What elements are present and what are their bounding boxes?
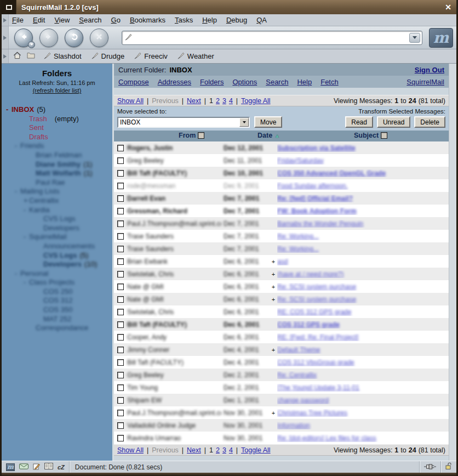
nav-options-link[interactable]: Options — [232, 78, 257, 86]
folder-toggle[interactable]: - — [24, 233, 29, 242]
message-subject-link[interactable]: COS 350 Advanced OpenGL Grade — [277, 169, 386, 177]
next-link[interactable]: Next — [187, 446, 201, 454]
read-button[interactable]: Read — [345, 116, 373, 128]
select-all-subject-checkbox[interactable] — [381, 132, 387, 139]
refresh-folder-list-link[interactable]: (refresh folder list) — [33, 87, 82, 94]
message-subject-link[interactable]: change password — [277, 396, 329, 404]
addressbook-icon[interactable] — [44, 463, 53, 471]
url-bar[interactable] — [122, 31, 422, 45]
folder-item[interactable]: Diane Smithy(1) — [2, 160, 112, 169]
chatzilla-icon[interactable]: cZ — [58, 464, 65, 471]
message-subject-link[interactable]: Re: SCSI system purchase — [277, 296, 356, 303]
delete-button[interactable]: Delete — [414, 116, 445, 128]
url-history-dropdown[interactable] — [409, 33, 420, 43]
show-all-link[interactable]: Show All — [117, 97, 144, 105]
sort-from-header[interactable]: From — [179, 132, 196, 139]
folder-item[interactable]: COS 250 — [2, 287, 112, 297]
nav-fetch-link[interactable]: Fetch — [320, 78, 339, 86]
message-checkbox[interactable] — [117, 384, 124, 391]
mozilla-throbber-icon[interactable]: m — [429, 28, 453, 48]
menu-tasks[interactable]: Tasks — [175, 16, 193, 24]
message-subject-link[interactable]: COS 312 VbsGroup grade — [277, 359, 354, 366]
message-subject-link[interactable]: RE: [Fwd: Re: Final Project] — [277, 333, 358, 341]
folder-item[interactable]: CVS Logs — [2, 214, 112, 224]
folder-link[interactable]: Sent — [29, 123, 44, 132]
folder-toggle[interactable]: - — [15, 269, 20, 279]
message-subject-link[interactable]: Re: Working... — [277, 245, 319, 253]
back-button[interactable] — [14, 29, 33, 47]
message-subject-link[interactable]: Re: Working... — [277, 233, 319, 240]
squirrelmail-link[interactable]: SquirrelMail — [407, 78, 444, 86]
message-subject-link[interactable]: Christmas Tree Pictures — [277, 409, 347, 417]
folder-item[interactable]: -Friends — [2, 141, 112, 151]
message-checkbox[interactable] — [117, 397, 124, 404]
sort-subject-header[interactable]: Subject — [354, 132, 379, 139]
folder-item[interactable]: -Mailing Lists — [2, 187, 112, 196]
page-4-link[interactable]: 4 — [229, 446, 233, 454]
message-checkbox[interactable] — [117, 233, 124, 240]
folder-item[interactable]: -INBOX(5) — [2, 105, 112, 115]
folder-toggle[interactable]: - — [15, 141, 20, 151]
message-checkbox[interactable] — [117, 246, 124, 252]
move-button[interactable]: Move — [254, 116, 282, 128]
folder-item[interactable]: MAT 252 — [2, 315, 112, 324]
toggle-all-link[interactable]: Toggle All — [241, 97, 271, 105]
folder-toggle[interactable]: - — [15, 187, 20, 196]
sort-ascending-icon[interactable]: ▲ — [274, 133, 280, 139]
folder-toggle[interactable]: - — [24, 206, 29, 215]
back-history-dropdown[interactable] — [28, 41, 35, 48]
message-checkbox[interactable] — [117, 145, 124, 151]
message-checkbox[interactable] — [117, 284, 124, 290]
folder-link[interactable]: Diane Smithy — [36, 160, 81, 168]
window-menu-button[interactable] — [2, 0, 16, 14]
message-checkbox[interactable] — [117, 372, 124, 378]
nav-addresses-link[interactable]: Addresses — [158, 78, 191, 86]
bookmark-weather[interactable]: Weather — [178, 52, 214, 61]
menu-file[interactable]: File — [12, 16, 24, 24]
message-checkbox[interactable] — [117, 195, 124, 202]
folder-item[interactable]: Paul Rae — [2, 178, 112, 188]
folder-link[interactable]: Matt Wolfarth — [36, 169, 81, 177]
message-subject-link[interactable]: FW: Book Adoption Form — [277, 207, 357, 215]
page-2-link[interactable]: 2 — [216, 97, 220, 105]
nav-help-link[interactable]: Help — [297, 78, 312, 86]
menubar-grippy[interactable] — [2, 14, 9, 26]
folder-item[interactable]: -SquirrelMail — [2, 233, 112, 242]
message-subject-link[interactable]: Re: Centrallix — [277, 371, 317, 379]
page-3-link[interactable]: 3 — [222, 97, 226, 105]
navigator-icon[interactable]: m — [6, 463, 15, 471]
folder-link[interactable]: COS 250 — [43, 287, 72, 296]
folder-item[interactable]: -Personal — [2, 269, 112, 279]
folder-item[interactable]: CVS Logs(5) — [2, 251, 112, 260]
folder-item[interactable]: +Centrallix — [2, 196, 112, 206]
message-subject-link[interactable]: RE: COS 312 GPS grade — [277, 308, 351, 316]
folder-link[interactable]: COS 350 — [43, 305, 72, 314]
sort-date-header[interactable]: Date — [257, 132, 272, 139]
folder-select[interactable]: INBOX — [117, 117, 250, 128]
folder-link[interactable]: CVS Logs — [43, 251, 77, 259]
nav-search-link[interactable]: Search — [266, 78, 288, 86]
mail-icon[interactable] — [19, 463, 28, 471]
message-checkbox[interactable] — [117, 157, 124, 164]
folder-item[interactable]: -Kardia — [2, 206, 112, 215]
folder-item[interactable]: Drafts — [2, 133, 112, 142]
stop-button[interactable] — [90, 29, 108, 47]
folder-link[interactable]: Announcements — [43, 242, 95, 250]
message-subject-link[interactable]: [The Young] Update 3-11-01 — [277, 384, 359, 392]
toolbar-grippy[interactable] — [2, 26, 9, 49]
message-checkbox[interactable] — [117, 208, 124, 214]
message-subject-link[interactable]: COS 312 GPS grade — [277, 321, 340, 328]
bookmarkbar-grippy[interactable] — [2, 49, 9, 63]
folder-link[interactable]: Correspondance — [36, 324, 88, 332]
message-checkbox[interactable] — [117, 309, 124, 315]
folder-item[interactable]: Trash(empty) — [2, 115, 112, 124]
folder-link[interactable]: Drafts — [29, 133, 48, 141]
message-checkbox[interactable] — [117, 359, 124, 366]
folder-link[interactable]: MAT 252 — [43, 315, 72, 323]
menu-edit[interactable]: Edit — [33, 16, 45, 24]
folder-link[interactable]: SquirrelMail — [29, 233, 67, 241]
menu-view[interactable]: View — [54, 16, 70, 24]
folder-link[interactable]: CVS Logs — [43, 214, 76, 223]
menu-help[interactable]: Help — [202, 16, 217, 24]
scrollbar-track[interactable] — [449, 64, 456, 461]
